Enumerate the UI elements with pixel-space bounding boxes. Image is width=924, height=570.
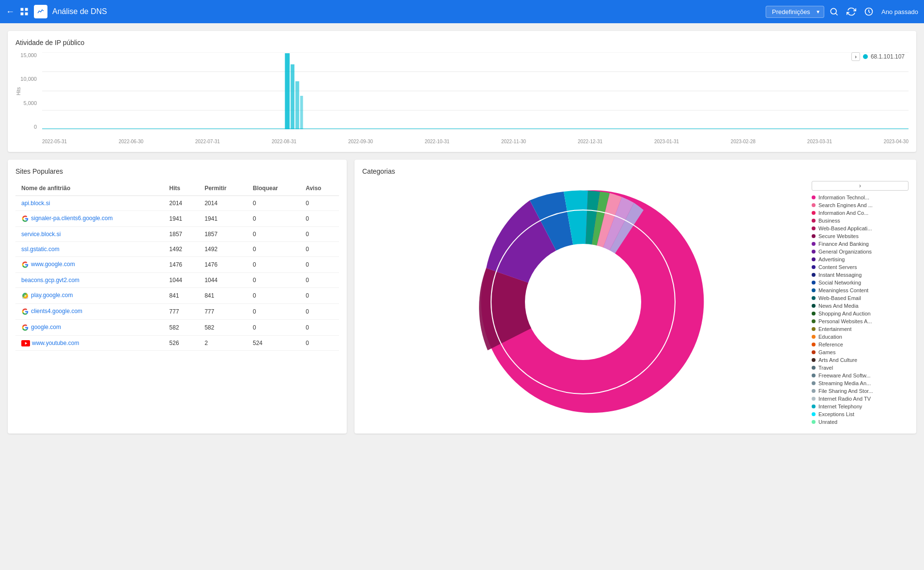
cell-hostname[interactable]: service.block.si [15, 227, 164, 242]
cell-hostname[interactable]: signaler-pa.clients6.google.com [15, 211, 164, 227]
legend-item[interactable]: Web-Based Email [812, 294, 909, 302]
back-icon[interactable]: ← [6, 7, 15, 17]
legend-item[interactable]: Business [812, 217, 909, 225]
cell-block: 0 [247, 227, 300, 242]
cell-warn: 0 [300, 288, 339, 304]
cell-hostname[interactable]: www.youtube.com [15, 336, 164, 351]
cell-hostname[interactable]: google.com [15, 320, 164, 336]
search-icon[interactable] [829, 7, 839, 16]
ip-activity-title: Atividade de IP público [15, 39, 909, 46]
y-label-5k: 5,000 [23, 100, 37, 106]
cell-hostname[interactable]: play.google.com [15, 288, 164, 304]
legend-item[interactable]: Streaming Media An... [812, 379, 909, 387]
svg-rect-16 [300, 96, 303, 129]
legend-item[interactable]: Internet Radio And TV [812, 395, 909, 403]
clock-icon[interactable] [864, 7, 874, 16]
legend-label: Social Networking [818, 280, 861, 285]
svg-rect-14 [291, 64, 294, 129]
cell-hostname[interactable]: api.block.si [15, 196, 164, 211]
svg-rect-0 [21, 8, 24, 11]
legend-label: Search Engines And ... [818, 202, 873, 208]
legend-color [812, 389, 816, 393]
cell-allow: 2014 [199, 196, 247, 211]
x-label-9: 2023-02-28 [731, 139, 755, 144]
x-label-6: 2022-11-30 [501, 139, 526, 144]
predef-select[interactable]: Predefinições Última hora Último dia [766, 6, 824, 18]
x-label-2: 2022-07-31 [195, 139, 220, 144]
legend-color [812, 226, 816, 230]
legend-expand-btn[interactable]: › [851, 52, 860, 61]
legend-color [812, 234, 816, 238]
svg-point-19 [525, 244, 641, 360]
x-label-4: 2022-09-30 [348, 139, 373, 144]
legend-item[interactable]: Unrated [812, 418, 909, 426]
legend-item[interactable]: Meaningless Content [812, 286, 909, 294]
refresh-icon[interactable] [847, 7, 856, 16]
legend-item[interactable]: Shopping And Auction [812, 310, 909, 317]
cell-block: 0 [247, 196, 300, 211]
legend-item[interactable]: Web-Based Applicati... [812, 225, 909, 232]
legend-expand-btn[interactable]: › [812, 181, 909, 191]
legend-label: Unrated [818, 419, 837, 425]
cell-hostname[interactable]: clients4.google.com [15, 304, 164, 320]
legend-item[interactable]: General Organizations [812, 248, 909, 255]
legend-item[interactable]: Secure Websites [812, 232, 909, 240]
table-row: clients4.google.com77777700 [15, 304, 339, 320]
ip-activity-card: Atividade de IP público Hits 15,000 10,0… [8, 31, 916, 152]
legend-item[interactable]: Information And Co... [812, 209, 909, 217]
legend-item[interactable]: File Sharing And Stor... [812, 387, 909, 395]
cell-warn: 0 [300, 336, 339, 351]
legend-item[interactable]: Exceptions List [812, 410, 909, 418]
legend-label: Entertainment [818, 326, 851, 332]
legend-item[interactable]: Information Technol... [812, 194, 909, 201]
svg-rect-15 [295, 81, 299, 129]
sites-title: Sites Populares [15, 167, 339, 175]
cell-hostname[interactable]: www.google.com [15, 257, 164, 273]
legend-item[interactable]: Reference [812, 341, 909, 348]
legend-label: Games [818, 349, 835, 355]
cell-block: 0 [247, 273, 300, 288]
topbar: ← Análise de DNS Predefinições Última ho… [0, 0, 924, 23]
table-row: api.block.si2014201400 [15, 196, 339, 211]
legend-item[interactable]: Advertising [812, 255, 909, 263]
legend-color [812, 343, 816, 346]
legend-item[interactable]: Entertainment [812, 325, 909, 333]
legend-color [812, 265, 816, 269]
legend-item[interactable]: Education [812, 333, 909, 341]
legend-item[interactable]: Instant Messaging [812, 271, 909, 279]
cell-allow: 1044 [199, 273, 247, 288]
cell-hostname[interactable]: beacons.gcp.gvt2.com [15, 273, 164, 288]
legend-color [812, 366, 816, 370]
legend-item[interactable]: Internet Telephony [812, 403, 909, 410]
col-warn: Aviso [300, 181, 339, 196]
table-header: Nome de anfitrião Hits Permitir Bloquear… [15, 181, 339, 196]
legend-item[interactable]: Travel [812, 364, 909, 372]
cell-allow: 1492 [199, 242, 247, 257]
svg-line-6 [836, 14, 838, 15]
cell-block: 0 [247, 242, 300, 257]
legend-item[interactable]: Search Engines And ... [812, 201, 909, 209]
app-logo [34, 5, 47, 18]
legend-color [812, 296, 816, 300]
legend-label: Meaningless Content [818, 287, 868, 293]
legend-item[interactable]: Content Servers [812, 263, 909, 271]
legend-ip-label: 68.1.101.107 [871, 53, 905, 60]
topbar-center: Predefinições Última hora Último dia ▼ [766, 6, 824, 18]
legend-item[interactable]: Finance And Banking [812, 240, 909, 248]
cell-hostname[interactable]: ssl.gstatic.com [15, 242, 164, 257]
grid-icon[interactable] [19, 7, 29, 16]
legend-color [812, 405, 816, 408]
legend-item[interactable]: Games [812, 348, 909, 356]
categories-title: Categorias [362, 167, 909, 175]
legend-item[interactable]: Personal Websites A... [812, 317, 909, 325]
x-label-10: 2023-03-31 [807, 139, 832, 144]
cell-block: 0 [247, 257, 300, 273]
legend-label: Shopping And Auction [818, 311, 871, 316]
legend-color [812, 242, 816, 246]
legend-label: Business [818, 218, 840, 224]
legend-item[interactable]: Freeware And Softw... [812, 372, 909, 379]
legend-item[interactable]: Arts And Culture [812, 356, 909, 364]
legend-item[interactable]: Social Networking [812, 279, 909, 286]
legend-item[interactable]: News And Media [812, 302, 909, 310]
predef-wrapper: Predefinições Última hora Último dia ▼ [766, 6, 824, 18]
